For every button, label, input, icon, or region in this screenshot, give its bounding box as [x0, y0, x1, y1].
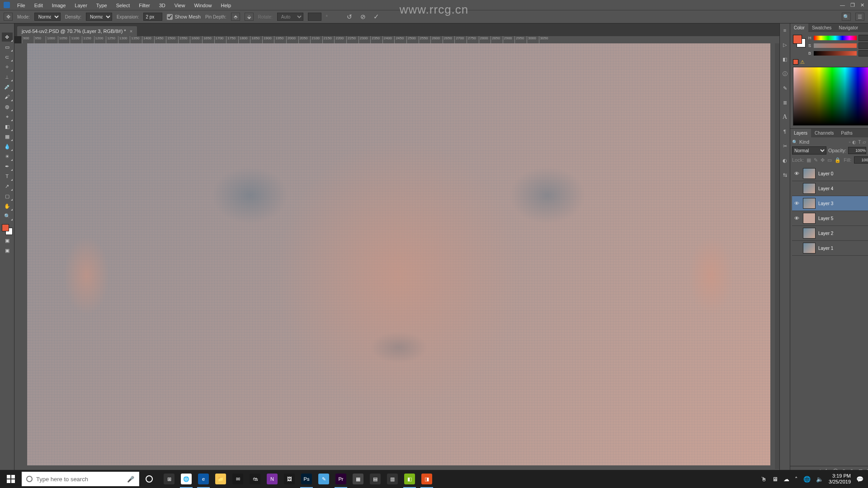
layer-row[interactable]: 👁Layer 0	[792, 166, 868, 181]
taskbar-chrome[interactable]: 🌐	[178, 470, 194, 488]
tray-network-icon[interactable]: 🌐	[803, 476, 811, 483]
tray-volume-icon[interactable]: 🔈	[816, 476, 823, 483]
brush-tool[interactable]: 🖌	[2, 92, 13, 101]
ruler-vertical[interactable]	[14, 43, 22, 469]
close-tab-icon[interactable]: ×	[130, 28, 132, 34]
panel-tab-paths[interactable]: Paths	[837, 129, 856, 137]
path-tool[interactable]: ↗	[2, 182, 13, 191]
layer-row[interactable]: 👁Layer 5	[792, 211, 868, 226]
tray-mouse-icon[interactable]: 🖱	[761, 476, 767, 483]
taskbar-premiere[interactable]: Pr	[333, 470, 349, 488]
menu-select[interactable]: Select	[113, 1, 134, 10]
eraser-tool[interactable]: ◧	[2, 122, 13, 131]
info-panel-icon[interactable]: ⓘ	[780, 69, 790, 79]
commit-warp-button[interactable]: ✓	[372, 13, 381, 21]
color-spectrum[interactable]	[793, 67, 868, 126]
layer-name[interactable]: Layer 1	[818, 246, 833, 251]
reset-warp-button[interactable]: ↺	[345, 13, 354, 21]
adjustments-panel-icon[interactable]: ✂	[780, 141, 790, 151]
taskbar-search[interactable]: Type here to search 🎤	[22, 472, 139, 486]
quickmask-tool[interactable]: ▣	[2, 236, 13, 245]
filter-pixel-icon[interactable]: ▫	[849, 140, 851, 145]
sat-slider[interactable]	[814, 43, 857, 48]
layer-name[interactable]: Layer 3	[818, 201, 833, 206]
document-tab[interactable]: jcvd-54-uv2.PSD @ 70.7% (Layer 3, RGB/8#…	[17, 26, 137, 36]
blur-tool[interactable]: 💧	[2, 142, 13, 151]
fg-color[interactable]	[2, 224, 9, 231]
lock-trans-icon[interactable]: ▦	[807, 157, 811, 163]
taskbar-task-view[interactable]: ⊞	[161, 470, 177, 488]
layer-thumbnail[interactable]	[803, 243, 816, 253]
screenmode-tool[interactable]: ▣	[2, 246, 13, 255]
styles-panel-icon[interactable]: ◐	[780, 155, 790, 165]
tray-up-icon[interactable]: ˄	[795, 476, 798, 483]
taskbar-edge[interactable]: e	[195, 470, 212, 488]
search-icon[interactable]: 🔍	[842, 13, 851, 21]
properties-panel-icon[interactable]: ◧	[780, 54, 790, 64]
mode-select[interactable]: Normal	[34, 13, 61, 21]
taskbar-camtasia[interactable]: ◨	[419, 470, 435, 488]
crop-tool[interactable]: ⟂	[2, 72, 13, 81]
scrollbar-vertical[interactable]	[775, 43, 779, 469]
filter-shape-icon[interactable]: ▱	[863, 140, 866, 145]
gradient-tool[interactable]: ▦	[2, 132, 13, 141]
share-icon[interactable]: ☰	[855, 13, 864, 21]
taskbar-notes[interactable]: ✎	[316, 470, 332, 488]
zoom-tool[interactable]: 🔍	[2, 211, 13, 221]
angle-input[interactable]	[308, 13, 321, 21]
taskbar-onenote[interactable]: N	[264, 470, 280, 488]
menu-3d[interactable]: 3D	[156, 1, 169, 10]
visibility-toggle[interactable]: 👁	[793, 201, 800, 206]
lasso-tool[interactable]: ⊂	[2, 52, 13, 61]
filter-adjust-icon[interactable]: ◐	[852, 140, 856, 145]
density-select[interactable]: Normal	[86, 13, 112, 21]
panel-tab-channels[interactable]: Channels	[811, 129, 837, 137]
menu-layer[interactable]: Layer	[71, 1, 91, 10]
type-tool[interactable]: T	[2, 172, 13, 181]
tray-monitor-icon[interactable]: 🖥	[772, 476, 778, 483]
hand-tool[interactable]: ✋	[2, 202, 13, 211]
opacity-input[interactable]	[848, 147, 866, 154]
paragraph-panel-icon[interactable]: ≣	[780, 98, 790, 108]
layer-name[interactable]: Layer 2	[818, 231, 833, 236]
layer-thumbnail[interactable]	[803, 168, 816, 179]
menu-type[interactable]: Type	[93, 1, 111, 10]
filter-kind-icon[interactable]: 🔍	[792, 140, 797, 145]
layer-row[interactable]: Layer 1	[792, 241, 868, 256]
character-panel-icon[interactable]: A	[780, 112, 790, 122]
move-tool[interactable]: ✥	[2, 33, 13, 42]
expansion-input[interactable]	[143, 13, 162, 21]
sat-input[interactable]	[859, 42, 868, 49]
filter-type-icon[interactable]: T	[858, 140, 861, 145]
wand-tool[interactable]: ✧	[2, 62, 13, 71]
layer-row[interactable]: Layer 4	[792, 181, 868, 196]
showmesh-checkbox[interactable]: Show Mesh	[167, 14, 200, 20]
taskbar-mail[interactable]: ✉	[230, 470, 246, 488]
canvas-viewport[interactable]	[22, 43, 775, 469]
actions-panel-icon[interactable]: ▷	[780, 40, 790, 50]
close-button[interactable]: ✕	[860, 2, 864, 8]
layer-name[interactable]: Layer 0	[818, 171, 833, 176]
restore-button[interactable]: ❐	[850, 2, 855, 8]
layer-thumbnail[interactable]	[803, 183, 816, 194]
taskbar-app2[interactable]: ▤	[367, 470, 383, 488]
taskbar-photoshop[interactable]: Ps	[298, 470, 315, 488]
warp-tool-icon[interactable]: ✥	[4, 13, 13, 21]
glyphs-panel-icon[interactable]: ¶	[780, 127, 790, 136]
fg-bg-colors[interactable]	[2, 224, 13, 235]
hue-slider[interactable]	[814, 36, 857, 40]
fg-color-swatch[interactable]	[793, 35, 802, 44]
menu-edit[interactable]: Edit	[31, 1, 47, 10]
bri-input[interactable]	[859, 50, 868, 56]
menu-image[interactable]: Image	[48, 1, 70, 10]
menu-filter[interactable]: Filter	[135, 1, 153, 10]
clone-tool[interactable]: ⌖	[2, 112, 13, 121]
hue-input[interactable]	[859, 35, 868, 41]
taskbar-clock[interactable]: 3:19 PM 3/25/2019	[829, 473, 851, 485]
blend-mode-select[interactable]: Normal	[792, 146, 826, 155]
lock-artboard-icon[interactable]: ▭	[827, 157, 832, 163]
eyedropper-tool[interactable]: 💉	[2, 82, 13, 91]
taskbar-photos[interactable]: 🖼	[281, 470, 297, 488]
pin-back-button[interactable]: ⬙	[245, 13, 254, 21]
visibility-toggle[interactable]: 👁	[793, 216, 800, 221]
